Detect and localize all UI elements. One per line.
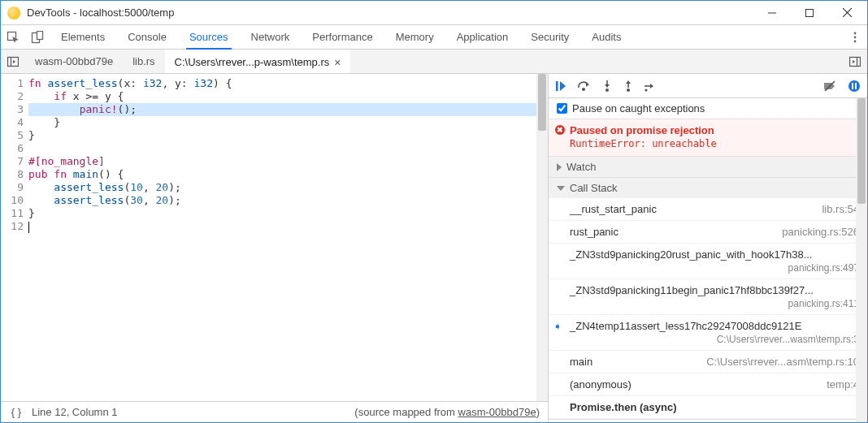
- frame-location: C:\Users\rrever...asm\temp.rs:10: [706, 356, 859, 368]
- callstack-frame[interactable]: rust_panicpanicking.rs:526: [549, 221, 867, 244]
- current-frame-icon: ➧: [553, 321, 562, 332]
- watch-pane-header[interactable]: Watch: [549, 157, 867, 177]
- file-tab[interactable]: C:\Users\rrever...p-wasm\temp.rs×: [165, 50, 351, 73]
- code-line[interactable]: [28, 142, 548, 155]
- sidebar-scrollbar[interactable]: [856, 98, 867, 422]
- close-button[interactable]: [828, 1, 866, 25]
- paused-detail: RuntimeError: unreachable: [570, 138, 859, 149]
- file-tab[interactable]: wasm-00bbd79e: [25, 50, 123, 73]
- callstack-frame[interactable]: _ZN3std9panicking20rust_panic_with_hook1…: [549, 244, 867, 279]
- file-tab-label: wasm-00bbd79e: [35, 55, 113, 67]
- frame-function: (anonymous): [570, 378, 631, 391]
- pause-on-caught-label: Pause on caught exceptions: [572, 102, 705, 114]
- file-tab[interactable]: lib.rs: [123, 50, 164, 73]
- step-out-icon[interactable]: [623, 80, 633, 92]
- frame-location: C:\Users\rrever...wasm\temp.rs:3: [570, 334, 859, 345]
- device-toggle-icon[interactable]: [25, 25, 50, 49]
- frame-location: panicking.rs:411: [570, 298, 859, 309]
- debugger-sidebar: Pause on caught exceptions ✖ Paused on p…: [549, 74, 867, 422]
- file-tab-label: C:\Users\rrever...p-wasm\temp.rs: [175, 56, 330, 68]
- code-line[interactable]: }: [28, 129, 548, 142]
- debugger-toolbar: [549, 74, 867, 98]
- frame-location: temp:4: [827, 378, 859, 391]
- step-into-icon[interactable]: [602, 80, 612, 92]
- svg-point-15: [582, 88, 585, 91]
- frame-function: main: [570, 356, 592, 368]
- pause-on-caught-row[interactable]: Pause on caught exceptions: [549, 98, 867, 119]
- code-line[interactable]: fn assert_less(x: i32, y: i32) {: [28, 77, 548, 90]
- panel-tab-sources[interactable]: Sources: [178, 25, 240, 49]
- svg-rect-25: [855, 83, 857, 89]
- line-gutter: 123456789101112: [1, 74, 28, 401]
- svg-point-19: [627, 88, 630, 92]
- svg-point-7: [854, 32, 857, 34]
- frame-location: panicking.rs:497: [570, 262, 859, 274]
- code-body[interactable]: fn assert_less(x: i32, y: i32) { if x >=…: [28, 74, 548, 401]
- callstack-frame[interactable]: mainC:\Users\rrever...asm\temp.rs:10: [549, 351, 867, 373]
- expand-icon: [557, 163, 562, 171]
- error-icon: ✖: [555, 125, 565, 135]
- svg-point-8: [854, 36, 857, 38]
- inspect-element-icon[interactable]: [1, 25, 25, 49]
- code-line[interactable]: #[no_mangle]: [28, 155, 548, 168]
- svg-rect-1: [806, 9, 814, 16]
- callstack-frame[interactable]: Promise.then (async): [549, 396, 867, 419]
- maximize-button[interactable]: [791, 1, 828, 25]
- svg-point-21: [644, 88, 647, 91]
- editor-scrollbar[interactable]: [536, 74, 548, 401]
- panel-tab-audits[interactable]: Audits: [580, 25, 632, 49]
- code-line[interactable]: panic!();: [28, 103, 548, 116]
- callstack-frame[interactable]: (anonymous)temp:4: [549, 373, 867, 396]
- panel-tab-memory[interactable]: Memory: [384, 25, 445, 49]
- code-line[interactable]: }: [28, 116, 548, 129]
- panel-tab-application[interactable]: Application: [445, 25, 520, 49]
- more-menu-icon[interactable]: [843, 25, 867, 49]
- step-over-icon[interactable]: [578, 80, 591, 92]
- title-bar: DevTools - localhost:5000/temp: [1, 1, 867, 25]
- frame-function: _ZN4temp11assert_less17hc29247008ddc9121…: [570, 320, 801, 332]
- step-icon[interactable]: [644, 80, 656, 92]
- callstack-frame[interactable]: _ZN3std9panicking11begin_panic17hf8bbc13…: [549, 279, 867, 315]
- collapse-icon: [557, 186, 565, 191]
- debugger-toggle-icon[interactable]: [843, 50, 867, 73]
- pretty-print-icon[interactable]: { }: [9, 406, 24, 418]
- svg-rect-24: [852, 83, 853, 89]
- code-line[interactable]: assert_less(10, 20);: [28, 181, 548, 194]
- panel-tab-console[interactable]: Console: [116, 25, 178, 49]
- navigator-toggle-icon[interactable]: [1, 50, 25, 73]
- panel-tab-elements[interactable]: Elements: [50, 25, 116, 49]
- frame-function: __rust_start_panic: [570, 203, 657, 215]
- devtools-logo-icon: [7, 6, 20, 19]
- code-line[interactable]: pub fn main() {: [28, 168, 548, 181]
- svg-rect-6: [37, 31, 43, 39]
- pause-on-caught-checkbox[interactable]: [557, 103, 567, 114]
- panel-tab-performance[interactable]: Performance: [301, 25, 384, 49]
- code-line[interactable]: }: [28, 207, 548, 220]
- callstack-pane-header[interactable]: Call Stack: [549, 178, 867, 198]
- panel-tab-network[interactable]: Network: [240, 25, 302, 49]
- pause-on-exceptions-icon[interactable]: [848, 80, 861, 93]
- code-editor[interactable]: 123456789101112 fn assert_less(x: i32, y…: [1, 74, 548, 401]
- minimize-button[interactable]: [753, 1, 791, 25]
- paused-title: Paused on promise rejection: [570, 124, 859, 136]
- frame-function: rust_panic: [570, 226, 618, 238]
- source-map-label: (source mapped from wasm-00bbd79e): [354, 406, 540, 418]
- frame-location: lib.rs:54: [822, 203, 859, 215]
- close-tab-icon[interactable]: ×: [334, 56, 341, 69]
- resume-icon[interactable]: [555, 80, 566, 92]
- svg-point-23: [848, 80, 860, 92]
- file-tab-label: lib.rs: [132, 55, 154, 67]
- frame-function: _ZN3std9panicking20rust_panic_with_hook1…: [570, 248, 812, 261]
- code-line[interactable]: assert_less(30, 20);: [28, 194, 548, 207]
- panel-tab-security[interactable]: Security: [519, 25, 580, 49]
- code-line[interactable]: [28, 220, 548, 233]
- file-tabs-row: wasm-00bbd79elib.rsC:\Users\rrever...p-w…: [1, 50, 867, 74]
- source-map-link[interactable]: wasm-00bbd79e: [458, 406, 536, 418]
- code-line[interactable]: if x >= y {: [28, 90, 548, 103]
- callstack-frame[interactable]: __rust_start_paniclib.rs:54: [549, 198, 867, 221]
- callstack-frame[interactable]: ➧_ZN4temp11assert_less17hc29247008ddc912…: [549, 315, 867, 351]
- editor-pane: 123456789101112 fn assert_less(x: i32, y…: [1, 74, 549, 422]
- editor-statusbar: { } Line 12, Column 1 (source mapped fro…: [1, 401, 548, 422]
- svg-point-9: [854, 40, 857, 42]
- deactivate-breakpoints-icon[interactable]: [823, 80, 836, 92]
